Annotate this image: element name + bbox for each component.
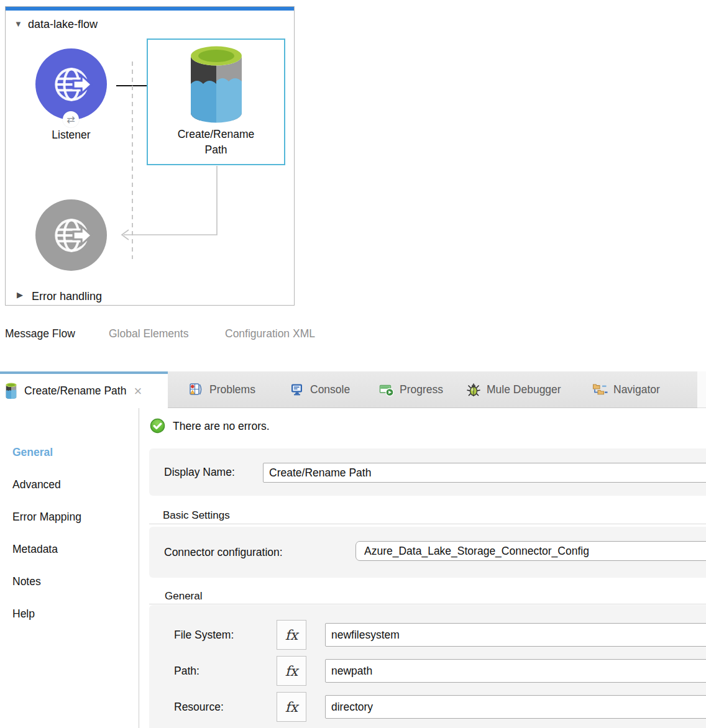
problems-icon	[189, 382, 204, 397]
anypoint-studio-window: { "icons": { "collapse_glyph": "▼", "exp…	[0, 0, 706, 728]
globe-arrow-icon-gray	[48, 212, 94, 258]
properties-sidebar: General Advanced Error Mapping Metadata …	[0, 408, 139, 728]
status-message: There are no errors.	[173, 420, 270, 433]
fx-button-resource[interactable]: fx	[277, 692, 306, 722]
mule-debugger-icon	[466, 382, 481, 397]
node-label: Create/Rename Path	[178, 127, 255, 158]
display-name-input[interactable]	[263, 463, 706, 483]
no-errors-check-icon	[150, 418, 165, 434]
expand-triangle-icon[interactable]: ▶	[17, 290, 23, 299]
display-name-label: Display Name:	[164, 466, 235, 479]
resource-label: Resource:	[174, 701, 224, 714]
error-handling-label: Error handling	[32, 290, 102, 303]
tab-navigator[interactable]: Navigator	[592, 371, 660, 407]
sidebar-item-error-mapping[interactable]: Error Mapping	[12, 511, 81, 524]
tab-console[interactable]: Console	[290, 371, 350, 407]
properties-panel-tabbar: Problems Console Progress	[0, 371, 706, 408]
flow-title: data-lake-flow	[28, 18, 98, 31]
return-connector-line	[116, 165, 222, 243]
sidebar-item-advanced[interactable]: Advanced	[12, 478, 61, 492]
properties-content: There are no errors. Display Name: Basic…	[139, 408, 706, 728]
flow-header-bar	[6, 7, 294, 11]
fx-button-file-system[interactable]: fx	[277, 620, 306, 650]
basic-settings-title: Basic Settings	[163, 509, 230, 522]
close-icon[interactable]: ×	[134, 384, 142, 398]
active-tab-label: Create/Rename Path	[24, 384, 126, 398]
tab-message-flow[interactable]: Message Flow	[5, 327, 75, 340]
tab-create-rename-path[interactable]: Create/Rename Path ×	[0, 371, 168, 408]
navigator-icon	[592, 382, 608, 397]
connector-config-label: Connector configuration:	[164, 546, 283, 559]
sidebar-item-notes[interactable]: Notes	[12, 575, 41, 589]
inactive-globe-node[interactable]	[35, 199, 107, 271]
sidebar-item-general[interactable]: General	[12, 446, 53, 460]
tab-global-elements[interactable]: Global Elements	[109, 327, 188, 340]
listener-label: Listener	[26, 129, 116, 142]
connector-config-combo[interactable]	[355, 541, 706, 561]
globe-arrow-icon	[48, 61, 94, 107]
tab-problems[interactable]: Problems	[189, 371, 255, 407]
flow-canvas: ▼ data-lake-flow ⇄ Listener	[5, 6, 295, 306]
panel-tab-strip: Problems Console Progress	[168, 371, 697, 408]
data-lake-cylinder-icon	[188, 45, 245, 124]
section-divider	[149, 524, 706, 524]
general-section-title: General	[165, 590, 202, 603]
tab-mule-debugger[interactable]: Mule Debugger	[466, 371, 561, 407]
create-rename-path-node[interactable]: Create/Rename Path	[147, 39, 285, 165]
sidebar-item-metadata[interactable]: Metadata	[12, 543, 58, 557]
display-name-panel: Display Name:	[149, 448, 706, 496]
path-label: Path:	[174, 665, 199, 678]
file-system-input[interactable]	[325, 623, 706, 647]
sidebar-item-help[interactable]: Help	[12, 607, 35, 621]
section-divider	[149, 604, 706, 604]
tab-progress[interactable]: Progress	[379, 371, 443, 407]
tab-configuration-xml[interactable]: Configuration XML	[225, 327, 315, 340]
resource-input[interactable]	[325, 695, 706, 719]
path-input[interactable]	[325, 659, 706, 683]
tab-strip-end	[697, 371, 706, 408]
data-lake-tab-icon	[5, 383, 17, 399]
connector-config-panel: Connector configuration:	[149, 527, 706, 578]
listener-node[interactable]	[35, 48, 107, 120]
fx-button-path[interactable]: fx	[277, 656, 306, 686]
general-fields-panel: File System: fx Path: fx Resource: fx	[149, 605, 706, 728]
progress-icon	[379, 382, 394, 397]
console-icon	[290, 382, 305, 397]
sync-badge-icon: ⇄	[63, 111, 79, 127]
collapse-triangle-icon[interactable]: ▼	[14, 19, 22, 29]
file-system-label: File System:	[174, 629, 234, 642]
